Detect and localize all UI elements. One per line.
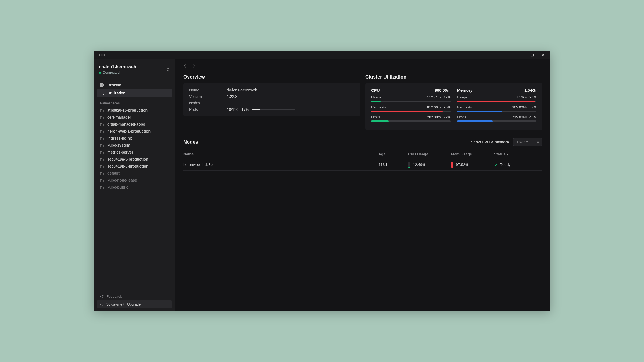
- mem-usage-row: Usage 1.51Gi · 98%: [457, 95, 537, 102]
- col-cpu[interactable]: CPU Usage: [408, 152, 448, 156]
- folder-icon: [100, 150, 104, 154]
- folder-icon: [100, 136, 104, 140]
- overview-version-value: 1.22.8: [227, 94, 355, 99]
- window-maximize-button[interactable]: [527, 51, 538, 59]
- node-status: Ready: [494, 162, 542, 167]
- namespace-item[interactable]: kube-system: [97, 142, 172, 149]
- cpu-usage-row: Usage 112.41m · 12%: [371, 95, 451, 102]
- namespace-item[interactable]: heron-web-1-production: [97, 128, 172, 135]
- cpu-requests-row: Requests 812.00m · 90%: [371, 105, 451, 112]
- nav-forward-button[interactable]: [192, 64, 196, 68]
- overview-nodes-value: 1: [227, 101, 355, 105]
- col-age[interactable]: Age: [378, 152, 405, 156]
- folder-icon: [100, 108, 104, 112]
- node-row[interactable]: heronweb-1-cb3eh 113d 12.49% 97.92% Read…: [183, 159, 542, 171]
- minimize-icon: [520, 54, 523, 57]
- namespace-item[interactable]: kube-public: [97, 184, 172, 191]
- folder-icon: [100, 164, 104, 168]
- col-name[interactable]: Name: [183, 152, 376, 156]
- status-dot-icon: [99, 72, 101, 74]
- namespace-item[interactable]: ingress-nginx: [97, 135, 172, 142]
- cluster-switcher[interactable]: do-lon1-heronweb Connected: [97, 62, 172, 78]
- sidebar-item-browse[interactable]: Browse: [97, 81, 172, 89]
- namespace-item[interactable]: cert-manager: [97, 114, 172, 121]
- svg-rect-6: [100, 86, 102, 87]
- memory-column: Memory 1.54Gi Usage 1.51Gi · 98%: [457, 88, 537, 125]
- sparkle-icon: [100, 303, 104, 306]
- svg-point-11: [101, 303, 103, 306]
- sidebar-item-utilization[interactable]: Utilization: [97, 89, 172, 97]
- app-menu-button[interactable]: •••: [99, 52, 106, 58]
- node-age: 113d: [378, 162, 405, 167]
- namespace-item[interactable]: sec0419a-5-production: [97, 156, 172, 163]
- namespace-label: heron-web-1-production: [107, 129, 151, 133]
- col-status[interactable]: Status▼: [494, 152, 542, 156]
- folder-icon: [100, 157, 104, 161]
- window-close-button[interactable]: [538, 51, 548, 59]
- nodes-header: Nodes Show CPU & Memory Usage: [183, 138, 542, 146]
- namespace-item[interactable]: sec0419b-6-production: [97, 163, 172, 170]
- namespace-item[interactable]: metrics-server: [97, 149, 172, 156]
- namespace-item[interactable]: kube-node-lease: [97, 177, 172, 184]
- sidebar: do-lon1-heronweb Connected: [94, 59, 175, 311]
- namespace-label: default: [107, 171, 120, 175]
- folder-icon: [100, 122, 104, 126]
- cpu-limits-row: Limits 202.00m · 22%: [371, 115, 451, 122]
- namespace-label: ingress-nginx: [107, 136, 132, 140]
- namespace-label: kube-system: [107, 143, 130, 147]
- upgrade-banner[interactable]: 30 days left · Upgrade: [97, 300, 172, 308]
- nodes-title: Nodes: [183, 139, 198, 145]
- namespace-label: kube-node-lease: [107, 178, 137, 182]
- namespace-label: kube-public: [107, 185, 128, 189]
- nodes-table-body: heronweb-1-cb3eh 113d 12.49% 97.92% Read…: [183, 159, 542, 171]
- svg-rect-5: [103, 83, 104, 84]
- chevron-updown-icon: [166, 67, 170, 72]
- svg-rect-7: [103, 86, 104, 87]
- namespace-item[interactable]: gitlab-managed-apps: [97, 121, 172, 128]
- nav-back-button[interactable]: [183, 64, 187, 68]
- namespace-label: gitlab-managed-apps: [107, 122, 145, 126]
- namespace-list: atp0820-15-production cert-manager gitla…: [97, 107, 172, 191]
- window-minimize-button[interactable]: [516, 51, 527, 59]
- cpu-column: CPU 900.00m Usage 112.41m · 12%: [371, 88, 451, 125]
- overview-panel: Overview Name do-lon1-heronweb Version 1…: [183, 74, 360, 130]
- feedback-link[interactable]: Feedback: [97, 293, 172, 300]
- namespace-label: sec0419a-5-production: [107, 157, 148, 161]
- cluster-status: Connected: [99, 70, 136, 74]
- main-content: Overview Name do-lon1-heronweb Version 1…: [175, 59, 550, 311]
- folder-icon: [100, 129, 104, 133]
- paper-plane-icon: [100, 295, 104, 299]
- maximize-icon: [531, 54, 534, 57]
- chevron-down-icon: [536, 141, 539, 144]
- folder-icon: [100, 185, 104, 189]
- memory-total: 1.54Gi: [524, 88, 536, 93]
- svg-rect-4: [100, 83, 102, 84]
- mem-limits-row: Limits 715.00Mi · 45%: [457, 115, 537, 122]
- folder-icon: [100, 178, 104, 182]
- cluster-util-title: Cluster Utilization: [365, 74, 542, 80]
- namespace-item[interactable]: default: [97, 170, 172, 177]
- folder-icon: [100, 115, 104, 119]
- titlebar: •••: [94, 51, 550, 59]
- overview-pods-value: 19/110 · 17%: [227, 107, 355, 112]
- namespace-item[interactable]: atp0820-15-production: [97, 107, 172, 114]
- mem-requests-row: Requests 905.00Mi · 57%: [457, 105, 537, 112]
- node-mem-usage: 97.92%: [451, 162, 491, 168]
- node-name: heronweb-1-cb3eh: [183, 162, 376, 167]
- node-cpu-usage: 12.49%: [408, 162, 448, 168]
- close-icon: [541, 54, 545, 57]
- sort-caret-icon: ▼: [506, 153, 509, 156]
- overview-name-value: do-lon1-heronweb: [227, 88, 355, 92]
- app-window: ••• do-lon1-heronweb Connected: [94, 51, 550, 311]
- usage-dropdown[interactable]: Usage: [513, 138, 542, 146]
- namespace-label: sec0419b-6-production: [107, 164, 148, 168]
- col-mem[interactable]: Mem Usage: [451, 152, 491, 156]
- grid-icon: [100, 83, 104, 87]
- namespace-label: metrics-server: [107, 150, 133, 154]
- cpu-total: 900.00m: [435, 88, 450, 93]
- show-cpu-mem-label: Show CPU & Memory: [471, 140, 509, 144]
- namespace-label: cert-manager: [107, 115, 131, 119]
- cluster-utilization-panel: Cluster Utilization CPU 900.00m Usa: [365, 74, 542, 130]
- nav-history: [183, 64, 542, 68]
- cluster-name: do-lon1-heronweb: [99, 65, 136, 69]
